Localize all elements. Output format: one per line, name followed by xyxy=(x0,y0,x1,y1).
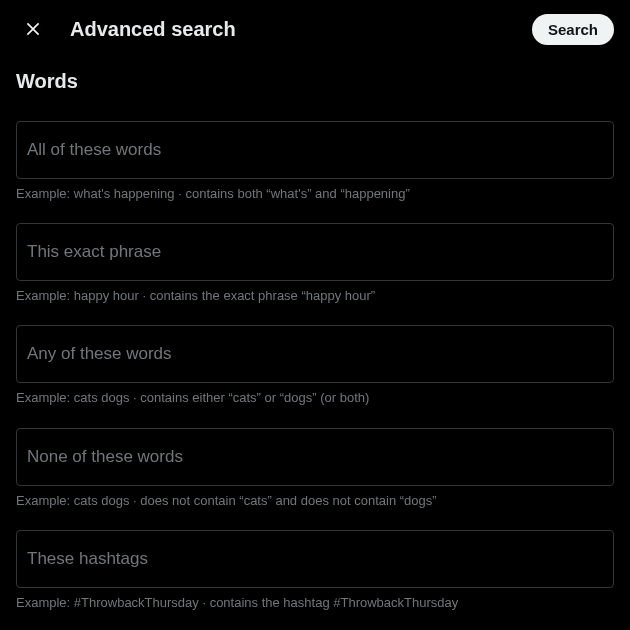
hashtags-example: Example: #ThrowbackThursday · contains t… xyxy=(16,594,614,612)
field-hashtags: These hashtags Example: #ThrowbackThursd… xyxy=(16,530,614,612)
hashtags-label: These hashtags xyxy=(27,549,148,569)
none-words-label: None of these words xyxy=(27,447,183,467)
field-exact-phrase: This exact phrase Example: happy hour · … xyxy=(16,223,614,305)
field-all-words: All of these words Example: what's happe… xyxy=(16,121,614,203)
any-words-input[interactable]: Any of these words xyxy=(16,325,614,383)
all-words-label: All of these words xyxy=(27,140,161,160)
hashtags-input[interactable]: These hashtags xyxy=(16,530,614,588)
fields-container: All of these words Example: what's happe… xyxy=(0,121,630,630)
exact-phrase-example: Example: happy hour · contains the exact… xyxy=(16,287,614,305)
modal-header: Advanced search Search xyxy=(0,0,630,58)
field-any-words: Any of these words Example: cats dogs · … xyxy=(16,325,614,407)
any-words-example: Example: cats dogs · contains either “ca… xyxy=(16,389,614,407)
search-button[interactable]: Search xyxy=(532,14,614,45)
section-title-words: Words xyxy=(0,58,630,101)
none-words-input[interactable]: None of these words xyxy=(16,428,614,486)
any-words-label: Any of these words xyxy=(27,344,172,364)
close-button[interactable] xyxy=(16,12,50,46)
field-none-words: None of these words Example: cats dogs ·… xyxy=(16,428,614,510)
modal-title: Advanced search xyxy=(70,18,512,41)
exact-phrase-input[interactable]: This exact phrase xyxy=(16,223,614,281)
none-words-example: Example: cats dogs · does not contain “c… xyxy=(16,492,614,510)
all-words-input[interactable]: All of these words xyxy=(16,121,614,179)
all-words-example: Example: what's happening · contains bot… xyxy=(16,185,614,203)
exact-phrase-label: This exact phrase xyxy=(27,242,161,262)
close-icon xyxy=(23,19,43,39)
